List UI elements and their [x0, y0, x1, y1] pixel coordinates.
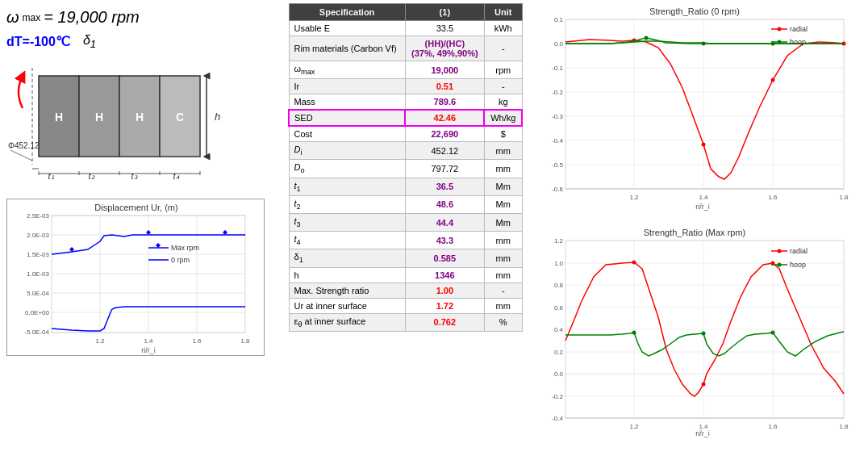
- table-row: t1 36.5 Mm: [289, 178, 522, 195]
- svg-text:hoop: hoop: [790, 38, 806, 46]
- spec-label: Do: [289, 160, 405, 178]
- omega-sub: max: [23, 12, 41, 23]
- svg-text:Max rpm: Max rpm: [171, 244, 199, 252]
- svg-point-136: [778, 263, 782, 267]
- spec-unit: kWh: [484, 21, 522, 36]
- svg-text:t₂: t₂: [88, 171, 94, 181]
- dT-row: dT=-100℃ δ1: [6, 33, 280, 50]
- svg-text:0.1: 0.1: [554, 16, 564, 23]
- spec-label: Max. Strength ratio: [289, 283, 405, 298]
- spec-unit: mm: [484, 298, 522, 313]
- svg-text:radial: radial: [790, 25, 807, 33]
- spec-unit: mm: [484, 249, 522, 267]
- spec-label: δ1: [289, 249, 405, 267]
- svg-line-13: [10, 150, 32, 161]
- spec-label: Ur at inner surface: [289, 298, 405, 313]
- spec-unit: -: [484, 79, 522, 94]
- spec-value: 1346: [405, 267, 484, 283]
- svg-point-131: [771, 331, 775, 335]
- table-row: Mass 789.6 kg: [289, 94, 522, 111]
- spec-unit: rpm: [484, 61, 522, 79]
- svg-text:1.2: 1.2: [95, 337, 105, 345]
- svg-text:0.0: 0.0: [554, 370, 564, 378]
- svg-text:1.4: 1.4: [699, 194, 708, 201]
- spec-label: h: [289, 267, 405, 283]
- svg-text:0 rpm: 0 rpm: [171, 256, 190, 264]
- left-panel: ω max = 19,000 rpm dT=-100℃ δ1 H H: [0, 0, 286, 473]
- table-row: Ur at inner surface 1.72 mm: [289, 298, 522, 313]
- table-row: Cost 22,690 $: [289, 126, 522, 142]
- right-panel: Strength_Ratio (0 rpm) 0.1 0.0 -0.1 -0.2…: [524, 0, 868, 473]
- svg-text:2.0E-03: 2.0E-03: [27, 232, 50, 239]
- spec-unit: kg: [484, 94, 522, 111]
- spec-label: Ir: [289, 79, 405, 94]
- svg-point-127: [702, 383, 706, 387]
- spec-label: t1: [289, 178, 405, 195]
- svg-text:1.5E-03: 1.5E-03: [27, 251, 50, 258]
- spec-unit: -: [484, 283, 522, 298]
- svg-text:1.2: 1.2: [554, 237, 564, 245]
- svg-text:-0.2: -0.2: [552, 393, 563, 400]
- svg-point-96: [778, 40, 782, 44]
- svg-text:5.0E-04: 5.0E-04: [27, 290, 50, 297]
- col-spec: Specification: [289, 4, 405, 21]
- svg-point-130: [702, 332, 706, 336]
- svg-text:1.6: 1.6: [192, 337, 202, 345]
- table-row: Max. Strength ratio 1.00 -: [289, 283, 522, 298]
- svg-text:radial: radial: [790, 247, 807, 255]
- spec-unit: -: [484, 36, 522, 61]
- sr-maxrpm-svg: Strength_Ratio (Max rpm) 1.2 1.0 0.8 0.6…: [529, 224, 860, 438]
- svg-text:-0.6: -0.6: [552, 186, 563, 193]
- omega-value: = 19,000 rpm: [44, 8, 139, 27]
- svg-text:ri/r_i: ri/r_i: [141, 346, 156, 354]
- spec-label: Di: [289, 142, 405, 160]
- sed-row: SED 42.46 Wh/kg: [289, 110, 522, 126]
- spec-label: Rim materials (Carbon Vf): [289, 36, 405, 61]
- strength-ratio-maxrpm-chart: Strength_Ratio (Max rpm) 1.2 1.0 0.8 0.6…: [529, 224, 863, 442]
- delta-label: δ1: [83, 33, 96, 50]
- table-row: Usable E 33.5 kWh: [289, 21, 522, 36]
- middle-panel: Specification (1) Unit Usable E 33.5 kWh…: [286, 0, 524, 473]
- strength-ratio-0rpm-chart: Strength_Ratio (0 rpm) 0.1 0.0 -0.1 -0.2…: [529, 3, 863, 221]
- spec-label: t4: [289, 232, 405, 249]
- spec-label: t2: [289, 195, 405, 213]
- spec-value: 789.6: [405, 94, 484, 111]
- svg-text:ri/r_i: ri/r_i: [695, 429, 710, 437]
- svg-point-89: [645, 36, 649, 40]
- svg-text:0.0: 0.0: [554, 40, 564, 48]
- svg-point-133: [778, 249, 782, 253]
- spec-unit: mm: [484, 160, 522, 178]
- spec-label: εθ at inner surface: [289, 313, 405, 331]
- table-row: Rim materials (Carbon Vf) (HH)/(HC)(37%,…: [289, 36, 522, 61]
- spec-unit: Mm: [484, 213, 522, 231]
- spec-label: SED: [289, 110, 405, 126]
- table-row: εθ at inner surface 0.762 %: [289, 313, 522, 331]
- svg-text:t₄: t₄: [173, 171, 179, 181]
- table-row: Di 452.12 mm: [289, 142, 522, 160]
- svg-text:-0.2: -0.2: [552, 89, 563, 96]
- spec-label: Mass: [289, 94, 405, 111]
- svg-text:H: H: [136, 111, 144, 123]
- spec-label: ωmax: [289, 61, 405, 79]
- svg-text:Strength_Ratio (Max rpm): Strength_Ratio (Max rpm): [644, 228, 746, 237]
- displacement-chart: Displacement Ur, (m) 2.5E-03 2.0E-03 1.5…: [6, 199, 265, 356]
- spec-unit: Wh/kg: [484, 110, 522, 126]
- svg-text:Displacement Ur, (m): Displacement Ur, (m): [94, 203, 177, 212]
- spec-label: Usable E: [289, 21, 405, 36]
- spec-value: 0.762: [405, 313, 484, 331]
- spec-value: 42.46: [405, 110, 484, 126]
- svg-point-87: [771, 78, 775, 82]
- table-row: t2 48.6 Mm: [289, 195, 522, 213]
- spec-value: 0.51: [405, 79, 484, 94]
- table-row: Do 797.72 mm: [289, 160, 522, 178]
- svg-point-129: [632, 331, 636, 335]
- spec-value: (HH)/(HC)(37%, 49%,90%): [405, 36, 484, 61]
- spec-value: 1.00: [405, 283, 484, 298]
- spec-label: t3: [289, 213, 405, 231]
- omega-title: ω max = 19,000 rpm: [6, 8, 280, 27]
- svg-text:Φ452.12: Φ452.12: [8, 141, 40, 150]
- svg-text:1.8: 1.8: [839, 423, 849, 430]
- spec-value: 0.585: [405, 249, 484, 267]
- table-row: Ir 0.51 -: [289, 79, 522, 94]
- spec-value: 452.12: [405, 142, 484, 160]
